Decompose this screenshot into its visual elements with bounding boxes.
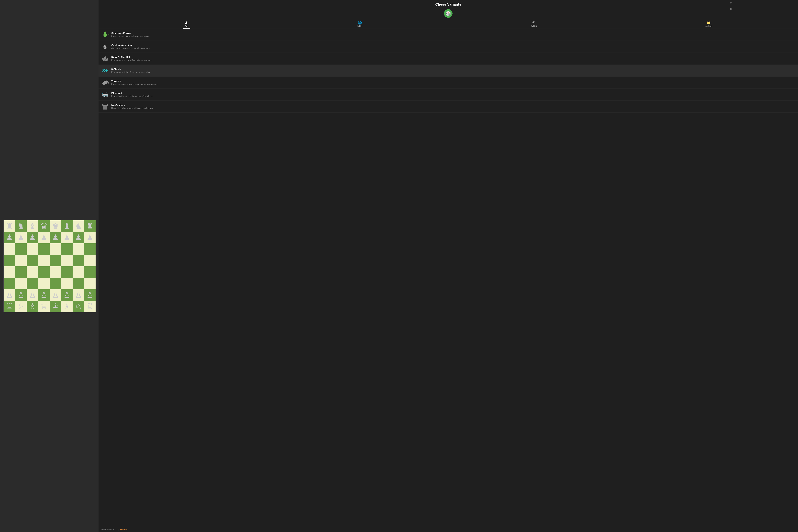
square-1-0[interactable]: ♟ bbox=[4, 232, 15, 243]
square-3-0[interactable] bbox=[4, 255, 15, 266]
square-1-7[interactable]: ♟ bbox=[84, 232, 96, 243]
square-7-4[interactable]: ♔ bbox=[50, 301, 61, 312]
svg-text:♔: ♔ bbox=[104, 58, 106, 61]
variant-name-capture-anything: Capture Anything bbox=[111, 44, 796, 46]
square-7-6[interactable]: ♘ bbox=[73, 301, 84, 312]
square-0-7[interactable]: ♜ bbox=[84, 220, 96, 232]
chess-board: ♜♞♝♛♚♝♞♜♟♟♟♟♟♟♟♟♙♙♙♙♙♙♙♙♖♘♗♕♔♗♘♖ bbox=[3, 220, 95, 312]
tab-lobby[interactable]: 🌐 Lobby bbox=[355, 20, 364, 28]
square-4-2[interactable] bbox=[26, 266, 38, 278]
no-castling-icon bbox=[101, 102, 109, 111]
square-3-7[interactable] bbox=[84, 255, 96, 266]
square-0-2[interactable]: ♝ bbox=[26, 220, 38, 232]
square-3-4[interactable] bbox=[50, 255, 61, 266]
square-3-5[interactable] bbox=[61, 255, 73, 266]
square-7-2[interactable]: ♗ bbox=[26, 301, 38, 312]
square-0-3[interactable]: ♛ bbox=[38, 220, 50, 232]
square-1-5[interactable]: ♟ bbox=[61, 232, 73, 243]
square-4-5[interactable] bbox=[61, 266, 73, 278]
square-7-5[interactable]: ♗ bbox=[61, 301, 73, 312]
footer-separator: | bbox=[115, 528, 115, 531]
square-2-6[interactable] bbox=[73, 243, 84, 255]
square-6-4[interactable]: ♙ bbox=[50, 289, 61, 301]
square-0-1[interactable]: ♞ bbox=[15, 220, 26, 232]
square-1-2[interactable]: ♟ bbox=[26, 232, 38, 243]
square-1-1[interactable]: ♟ bbox=[15, 232, 26, 243]
square-6-5[interactable]: ♙ bbox=[61, 289, 73, 301]
square-5-6[interactable] bbox=[73, 278, 84, 289]
square-2-1[interactable] bbox=[15, 243, 26, 255]
gear-icon[interactable]: ⚙ bbox=[730, 2, 732, 5]
square-5-5[interactable] bbox=[61, 278, 73, 289]
square-0-0[interactable]: ♜ bbox=[4, 220, 15, 232]
swap-icon[interactable]: ⇅ bbox=[730, 7, 732, 11]
square-1-3[interactable]: ♟ bbox=[38, 232, 50, 243]
svg-text:→: → bbox=[107, 33, 109, 36]
variant-text-3-check: 3 Check First player to deliver 3 checks… bbox=[111, 68, 796, 74]
square-2-3[interactable] bbox=[38, 243, 50, 255]
square-2-5[interactable] bbox=[61, 243, 73, 255]
square-1-4[interactable]: ♟ bbox=[50, 232, 61, 243]
square-2-7[interactable] bbox=[84, 243, 96, 255]
footer-pipe: | bbox=[118, 528, 119, 531]
square-3-1[interactable] bbox=[15, 255, 26, 266]
square-6-6[interactable]: ♙ bbox=[73, 289, 84, 301]
variant-item-capture-anything[interactable]: ♞ Capture Anything Capture your own piec… bbox=[98, 41, 798, 53]
square-7-1[interactable]: ♘ bbox=[15, 301, 26, 312]
variant-desc-sideways-pawns: Pawns can also move sideways one square bbox=[111, 35, 796, 38]
square-5-1[interactable] bbox=[15, 278, 26, 289]
tab-play[interactable]: ♟ Play bbox=[183, 20, 190, 28]
square-6-1[interactable]: ♙ bbox=[15, 289, 26, 301]
variant-text-sideways-pawns: Sideways Pawns Pawns can also move sidew… bbox=[111, 32, 796, 38]
square-5-2[interactable] bbox=[26, 278, 38, 289]
sidebar-header: Chess Variants bbox=[98, 0, 798, 8]
square-2-0[interactable] bbox=[4, 243, 15, 255]
square-1-6[interactable]: ♟ bbox=[73, 232, 84, 243]
square-4-7[interactable] bbox=[84, 266, 96, 278]
board-area: ♜♞♝♛♚♝♞♜♟♟♟♟♟♟♟♟♙♙♙♙♙♙♙♙♖♘♗♕♔♗♘♖ bbox=[0, 0, 98, 532]
square-7-0[interactable]: ♖ bbox=[4, 301, 15, 312]
square-4-1[interactable] bbox=[15, 266, 26, 278]
tab-watch[interactable]: 👁 Watch bbox=[529, 20, 539, 28]
forum-link[interactable]: Forum bbox=[120, 528, 127, 531]
square-3-3[interactable] bbox=[38, 255, 50, 266]
square-4-4[interactable] bbox=[50, 266, 61, 278]
variant-text-torpedo: Torpedo Pawns can always move forward on… bbox=[111, 80, 796, 86]
variant-item-sideways-pawns[interactable]: → Sideways Pawns Pawns can also move sid… bbox=[98, 29, 798, 41]
variant-item-blindfold[interactable]: 🥽 Blindfold Play without being able to s… bbox=[98, 89, 798, 101]
square-7-7[interactable]: ♖ bbox=[84, 301, 96, 312]
square-6-0[interactable]: ♙ bbox=[4, 289, 15, 301]
square-4-3[interactable] bbox=[38, 266, 50, 278]
square-4-0[interactable] bbox=[4, 266, 15, 278]
svg-rect-10 bbox=[107, 104, 108, 105]
tab-archive[interactable]: 📁 Archive bbox=[703, 20, 714, 28]
lobby-icon: 🌐 bbox=[358, 21, 362, 25]
footer-count: 2 bbox=[116, 528, 117, 531]
variant-name-sideways-pawns: Sideways Pawns bbox=[111, 32, 796, 35]
square-2-2[interactable] bbox=[26, 243, 38, 255]
square-0-6[interactable]: ♞ bbox=[73, 220, 84, 232]
variant-item-3-check[interactable]: 3+ 3 Check First player to deliver 3 che… bbox=[98, 65, 798, 77]
variant-item-torpedo[interactable]: Torpedo Pawns can always move forward on… bbox=[98, 77, 798, 89]
square-2-4[interactable] bbox=[50, 243, 61, 255]
username-link[interactable]: PedroPinhata bbox=[101, 528, 114, 531]
square-3-2[interactable] bbox=[26, 255, 38, 266]
square-5-4[interactable] bbox=[50, 278, 61, 289]
square-5-0[interactable] bbox=[4, 278, 15, 289]
square-5-7[interactable] bbox=[84, 278, 96, 289]
variant-item-no-castling[interactable]: No Castling No castling allowed leaves k… bbox=[98, 101, 798, 113]
variant-text-king-of-the-hill: King Of The Hill First player to get the… bbox=[111, 56, 796, 62]
square-7-3[interactable]: ♕ bbox=[38, 301, 50, 312]
variant-item-king-of-the-hill[interactable]: ♔ King Of The Hill First player to get t… bbox=[98, 53, 798, 65]
svg-rect-7 bbox=[103, 106, 107, 110]
square-3-6[interactable] bbox=[73, 255, 84, 266]
square-6-7[interactable]: ♙ bbox=[84, 289, 96, 301]
square-6-2[interactable]: ♙ bbox=[26, 289, 38, 301]
square-0-5[interactable]: ♝ bbox=[61, 220, 73, 232]
square-0-4[interactable]: ♚ bbox=[50, 220, 61, 232]
square-5-3[interactable] bbox=[38, 278, 50, 289]
square-4-6[interactable] bbox=[73, 266, 84, 278]
variant-text-no-castling: No Castling No castling allowed leaves k… bbox=[111, 103, 796, 110]
capture-anything-icon: ♞ bbox=[101, 42, 109, 51]
square-6-3[interactable]: ♙ bbox=[38, 289, 50, 301]
